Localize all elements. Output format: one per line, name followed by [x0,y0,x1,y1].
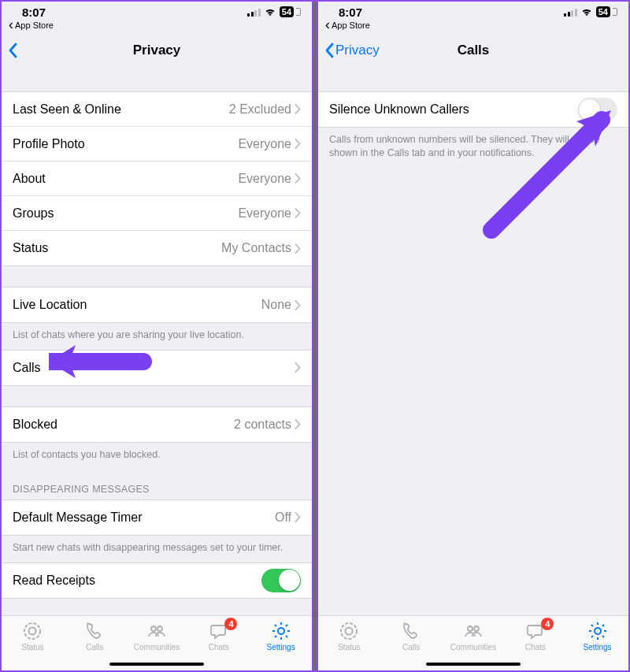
row-value: My Contacts [221,241,291,255]
silence-unknown-toggle[interactable] [578,98,617,121]
row-default-timer[interactable]: Default Message Timer Off [2,500,312,535]
tab-settings[interactable]: Settings [250,616,312,670]
tab-label: Communities [134,643,180,652]
app-store-breadcrumb[interactable]: App Store [318,19,628,33]
home-indicator[interactable] [426,663,521,666]
cellular-icon [247,8,261,17]
tab-settings[interactable]: Settings [566,616,628,670]
svg-point-8 [474,626,479,631]
tab-bar: Status Calls Communities 4 Chats Setting… [2,615,312,670]
breadcrumb-label: App Store [332,20,370,30]
status-icons: 54 [247,6,301,17]
row-label: Blocked [13,418,234,432]
status-bar: 8:07 54 [2,2,312,19]
row-label: Read Receipts [13,574,261,588]
gear-icon [587,621,608,641]
tab-label: Communities [450,643,496,652]
row-value: None [261,298,291,312]
caption-silence-unknown: Calls from unknown numbers will be silen… [318,128,628,168]
row-blocked[interactable]: Blocked 2 contacts [2,407,312,442]
status-bar: 8:07 54 [318,2,628,19]
row-silence-unknown[interactable]: Silence Unknown Callers [318,92,628,127]
battery-icon: 54 [280,6,294,17]
svg-point-7 [468,626,472,631]
chevron-right-icon [295,300,301,310]
tab-status[interactable]: Status [2,616,64,670]
status-icons: 54 [564,6,617,17]
svg-point-5 [341,623,357,639]
phone-icon [401,621,421,641]
status-icon [22,621,43,641]
tab-label: Chats [209,643,229,652]
row-status[interactable]: Status My Contacts [2,231,312,265]
tab-bar: Status Calls Communities 4 Chats Setting… [318,615,628,670]
privacy-screen: 8:07 54 App Store Privacy Last Seen & On… [2,2,312,670]
chats-badge: 4 [541,618,554,630]
phone-icon [84,621,105,641]
row-label: Live Location [13,298,261,312]
home-indicator[interactable] [109,663,204,666]
chevron-right-icon [295,104,301,114]
chevron-right-icon [295,243,301,254]
svg-point-4 [278,628,284,634]
screen-divider [312,2,318,670]
tab-label: Status [338,643,360,652]
row-value: Everyone [238,137,291,151]
chevron-right-icon [295,419,301,429]
caption-blocked: List of contacts you have blocked. [2,443,312,470]
chevron-left-icon [8,22,13,29]
tab-label: Calls [86,643,103,652]
svg-point-3 [158,626,162,631]
svg-point-6 [346,628,353,635]
app-store-breadcrumb[interactable]: App Store [2,19,312,33]
tab-label: Settings [583,643,611,652]
row-value: 2 contacts [234,418,291,432]
row-read-receipts[interactable]: Read Receipts [2,563,312,598]
row-value: 2 Excluded [229,102,291,117]
row-label: Last Seen & Online [13,102,229,117]
settings-content: Silence Unknown Callers Calls from unkno… [318,68,628,615]
tab-label: Status [21,643,43,652]
row-value: Off [275,510,291,525]
chevron-right-icon [295,173,301,184]
row-value: Everyone [238,206,291,221]
page-title: Calls [318,43,628,58]
row-label: Silence Unknown Callers [329,102,578,117]
row-label: About [13,172,238,186]
nav-header: Privacy Calls [318,33,628,68]
row-label: Default Message Timer [13,510,275,525]
status-icon [339,621,359,641]
caption-live-location: List of chats where you are sharing your… [2,323,312,350]
battery-icon: 54 [596,6,610,17]
row-groups[interactable]: Groups Everyone [2,196,312,231]
svg-point-2 [151,626,156,631]
tab-label: Settings [267,643,295,652]
row-profile-photo[interactable]: Profile Photo Everyone [2,127,312,162]
tab-status[interactable]: Status [318,616,380,670]
row-about[interactable]: About Everyone [2,162,312,196]
section-header-disappearing: Disappearing Messages [2,470,312,499]
row-live-location[interactable]: Live Location None [2,288,312,322]
settings-content: Last Seen & Online 2 Excluded Profile Ph… [2,68,312,615]
chevron-left-icon [324,22,330,29]
row-last-seen[interactable]: Last Seen & Online 2 Excluded [2,92,312,127]
chevron-right-icon [295,362,301,373]
tab-label: Calls [402,643,420,652]
read-receipts-toggle[interactable] [261,569,301,592]
wifi-icon [264,7,276,17]
breadcrumb-label: App Store [15,20,54,30]
status-time: 8:07 [22,6,46,19]
row-label: Status [13,241,221,255]
row-value: Everyone [238,172,291,186]
row-label: Calls [13,361,295,375]
caption-timer: Start new chats with disappearing messag… [2,536,312,562]
communities-icon [146,621,167,641]
page-title: Privacy [2,43,312,58]
row-calls[interactable]: Calls [2,351,312,385]
gear-icon [271,621,291,641]
chevron-right-icon [295,139,301,149]
calls-settings-screen: 8:07 54 App Store Privacy Calls Silence … [318,2,628,670]
nav-header: Privacy [2,33,312,68]
svg-point-1 [29,628,36,635]
svg-point-9 [595,628,601,634]
